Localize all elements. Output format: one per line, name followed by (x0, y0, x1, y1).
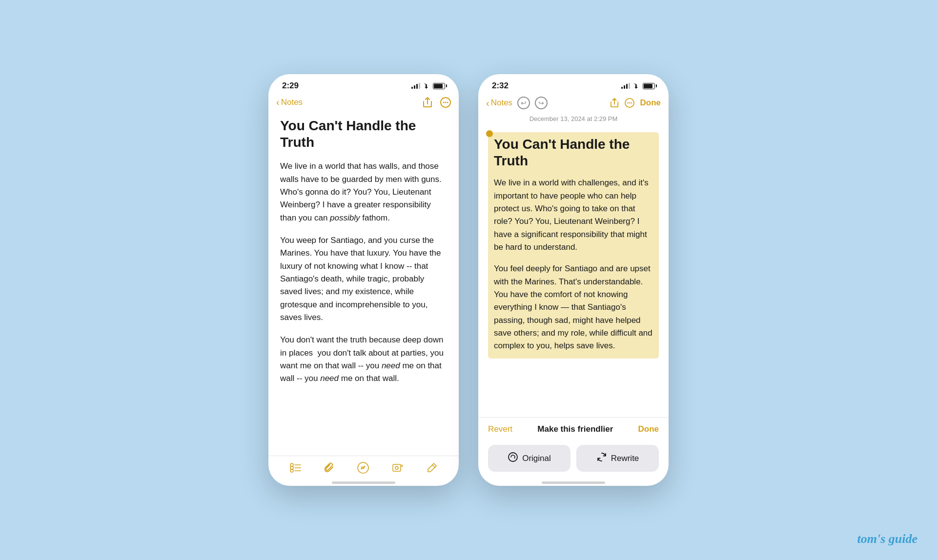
rewrite-paragraph-2: You feel deeply for Santiago and are ups… (494, 262, 653, 352)
ai-done-button[interactable]: Done (638, 424, 659, 434)
status-bar-right: 2:32 ⮯ (478, 74, 669, 95)
wifi-icon-right: ⮯ (633, 82, 640, 90)
rewrite-icon (596, 452, 607, 465)
wifi-icon: ⮯ (423, 82, 430, 90)
rewrite-button-label: Rewrite (611, 454, 639, 463)
highlight-body: We live in a world with challenges, and … (494, 177, 653, 352)
ai-instruction-label: Make this friendlier (537, 424, 613, 434)
back-button-right[interactable]: ‹ Notes (486, 98, 512, 109)
timestamp: December 13, 2024 at 2:29 PM (478, 115, 669, 122)
rewrite-button[interactable]: Rewrite (576, 445, 659, 472)
signal-icon-right (621, 83, 630, 89)
more-button-left[interactable] (440, 97, 451, 108)
undo-button[interactable]: ↩ (517, 97, 530, 109)
chevron-left-icon-right: ‹ (486, 98, 489, 109)
svg-point-1 (443, 101, 445, 103)
highlight-dot (486, 130, 493, 137)
svg-line-12 (432, 465, 435, 467)
revert-button[interactable]: Revert (488, 424, 512, 434)
note-paragraph-1: We live in a world that has walls, and t… (280, 160, 447, 224)
nav-bar-right: ‹ Notes ↩ ↪ Done (478, 95, 669, 115)
svg-point-4 (290, 463, 293, 466)
svg-point-6 (290, 469, 293, 472)
back-label-left: Notes (281, 98, 303, 107)
note-paragraph-3: You don't want the truth because deep do… (280, 334, 447, 385)
home-indicator-right (542, 481, 605, 484)
left-phone: 2:29 ⮯ ‹ Notes (268, 74, 459, 486)
toms-guide-watermark: tom's guide (857, 531, 917, 546)
write-button[interactable] (357, 462, 369, 474)
status-time-left: 2:29 (282, 81, 299, 91)
ai-action-buttons: Original Rewrite (478, 440, 669, 478)
bottom-toolbar-left (268, 456, 459, 478)
original-icon (508, 452, 518, 465)
right-phone: 2:32 ⮯ ‹ Notes ↩ ↪ (478, 74, 669, 486)
watermark-text: tom's guide (857, 532, 917, 546)
ai-toolbar: Revert Make this friendlier Done (478, 417, 669, 440)
more-button-right[interactable] (625, 98, 634, 108)
home-indicator-left (332, 481, 395, 484)
status-icons-right: ⮯ (621, 82, 655, 90)
nav-left-group: ‹ Notes ↩ ↪ (486, 97, 548, 109)
note-title-left: You Can't Handle the Truth (280, 118, 447, 150)
camera-edit-button[interactable] (392, 462, 404, 474)
nav-actions-left (423, 97, 451, 108)
note-content-right: You Can't Handle the Truth We live in a … (478, 128, 669, 417)
svg-point-16 (631, 102, 632, 104)
svg-rect-11 (393, 464, 401, 471)
battery-icon (433, 83, 445, 89)
signal-icon (411, 83, 420, 89)
back-label-right: Notes (491, 98, 512, 108)
compose-button[interactable] (427, 462, 437, 473)
checklist-button[interactable] (290, 462, 302, 473)
nav-right-group: Done (610, 98, 661, 108)
note-paragraph-2: You weep for Santiago, and you curse the… (280, 234, 447, 324)
status-time-right: 2:32 (492, 81, 509, 91)
status-icons-left: ⮯ (411, 82, 445, 90)
svg-point-2 (445, 101, 447, 103)
back-button-left[interactable]: ‹ Notes (276, 97, 303, 108)
original-button[interactable]: Original (488, 445, 570, 472)
rewrite-paragraph-1: We live in a world with challenges, and … (494, 177, 653, 254)
attachment-button[interactable] (325, 462, 334, 473)
note-content-left: You Can't Handle the Truth We live in a … (268, 114, 459, 456)
done-button-right[interactable]: Done (640, 98, 661, 108)
share-button-left[interactable] (423, 97, 432, 108)
ai-rewrite-highlight: You Can't Handle the Truth We live in a … (488, 132, 659, 359)
note-body-left: We live in a world that has walls, and t… (280, 160, 447, 385)
battery-icon-right (643, 83, 655, 89)
svg-point-14 (627, 102, 629, 104)
redo-button[interactable]: ↪ (535, 97, 548, 109)
svg-point-3 (447, 101, 448, 103)
share-button-right[interactable] (610, 98, 619, 108)
chevron-left-icon: ‹ (276, 97, 280, 108)
svg-point-17 (509, 453, 517, 461)
svg-point-5 (290, 466, 293, 469)
note-title-right: You Can't Handle the Truth (494, 136, 653, 169)
status-bar-left: 2:29 ⮯ (268, 74, 459, 95)
original-button-label: Original (522, 454, 551, 463)
svg-point-15 (629, 102, 630, 104)
nav-bar-left: ‹ Notes (268, 95, 459, 114)
